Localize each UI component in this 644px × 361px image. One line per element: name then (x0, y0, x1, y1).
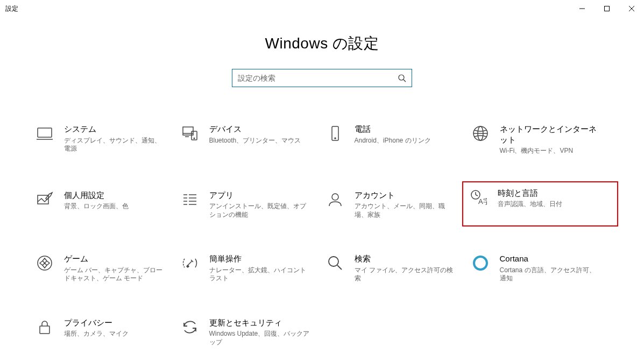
settings-grid: システムディスプレイ、サウンド、通知、電源 デバイスBluetooth、プリンタ… (32, 121, 613, 349)
update-icon (179, 316, 201, 338)
tile-desc: Wi-Fi、機内モード、VPN (500, 147, 602, 155)
search-wrap (0, 69, 644, 87)
svg-rect-36 (40, 326, 49, 334)
tile-title: Cortana (500, 253, 602, 264)
window-title: 設定 (5, 4, 18, 13)
maximize-button[interactable] (595, 0, 619, 17)
gaming-icon (34, 252, 55, 274)
tile-title: 検索 (355, 253, 457, 264)
tile-title: 個人用設定 (64, 190, 129, 201)
tile-desc: ゲーム バー、キャプチャ、ブロードキャスト、ゲーム モード (64, 266, 166, 283)
tile-title: アプリ (209, 190, 312, 201)
apps-icon (179, 189, 201, 210)
tile-apps[interactable]: アプリアンインストール、既定値、オプションの機能 (177, 187, 322, 222)
tile-privacy[interactable]: プライバシー場所、カメラ、マイク (32, 314, 177, 349)
phone-icon (324, 123, 346, 144)
tile-title: 更新とセキュリティ (209, 317, 312, 328)
tile-devices[interactable]: デバイスBluetooth、プリンター、マウス (177, 121, 322, 158)
svg-point-4 (399, 75, 404, 80)
tile-title: 簡単操作 (209, 253, 312, 264)
svg-point-14 (335, 138, 336, 139)
tile-time-language[interactable]: A字 時刻と言語音声認識、地域、日付 (465, 185, 615, 224)
tile-desc: Windows Update、回復、バックアップ (209, 330, 312, 346)
tile-desc: マイ ファイル、アクセス許可の検索 (355, 266, 457, 283)
devices-icon (179, 123, 201, 144)
network-icon (470, 123, 491, 144)
svg-point-11 (194, 138, 195, 139)
system-icon (34, 123, 55, 144)
tile-desc: Bluetooth、プリンター、マウス (209, 137, 301, 145)
tile-desc: アンインストール、既定値、オプションの機能 (209, 202, 312, 219)
personalization-icon (34, 189, 55, 210)
tile-search[interactable]: 検索マイ ファイル、アクセス許可の検索 (322, 250, 468, 285)
svg-rect-1 (605, 6, 610, 11)
svg-marker-33 (187, 265, 189, 267)
tile-desc: 背景、ロック画面、色 (64, 202, 129, 211)
accounts-icon (324, 189, 346, 210)
tile-system[interactable]: システムディスプレイ、サウンド、通知、電源 (32, 121, 177, 158)
tile-title: ゲーム (64, 253, 166, 264)
window-controls (570, 0, 644, 17)
tile-desc: Android、iPhone のリンク (355, 137, 431, 145)
search-input[interactable] (238, 74, 398, 82)
svg-rect-6 (38, 128, 52, 137)
search-icon (398, 74, 406, 82)
close-button[interactable] (619, 0, 644, 17)
tile-desc: ナレーター、拡大鏡、ハイコントラスト (209, 266, 312, 283)
search-cat-icon (324, 252, 346, 274)
titlebar: 設定 (0, 0, 644, 17)
cortana-icon (470, 252, 491, 274)
time-language-icon: A字 (468, 187, 489, 208)
tile-desc: Cortana の言語、アクセス許可、通知 (500, 266, 602, 283)
tile-title: プライバシー (64, 317, 129, 328)
tile-title: 時刻と言語 (498, 188, 562, 199)
search-box[interactable] (232, 69, 412, 87)
tile-title: デバイス (209, 124, 301, 135)
tile-ease-of-access[interactable]: 簡単操作ナレーター、拡大鏡、ハイコントラスト (177, 250, 322, 285)
minimize-button[interactable] (570, 0, 595, 17)
tile-title: システム (64, 124, 166, 135)
tile-network[interactable]: ネットワークとインターネットWi-Fi、機内モード、VPN (468, 121, 613, 158)
tile-personalization[interactable]: 個人用設定背景、ロック画面、色 (32, 187, 177, 222)
tile-desc: 音声認識、地域、日付 (498, 200, 562, 209)
tile-desc: 場所、カメラ、マイク (64, 330, 129, 338)
svg-line-5 (404, 80, 406, 82)
tile-cortana[interactable]: CortanaCortana の言語、アクセス許可、通知 (468, 250, 613, 285)
privacy-icon (34, 316, 55, 338)
svg-point-34 (329, 257, 338, 266)
ease-of-access-icon (179, 252, 201, 274)
svg-text:A字: A字 (478, 197, 487, 206)
tile-title: 電話 (355, 124, 431, 135)
svg-line-35 (337, 265, 342, 270)
tile-title: アカウント (355, 190, 457, 201)
tile-title: ネットワークとインターネット (500, 124, 602, 145)
svg-line-30 (476, 195, 478, 196)
tile-phone[interactable]: 電話Android、iPhone のリンク (322, 121, 468, 158)
tile-desc: ディスプレイ、サウンド、通知、電源 (64, 137, 166, 153)
tile-desc: アカウント、メール、同期、職場、家族 (355, 202, 457, 219)
tile-accounts[interactable]: アカウントアカウント、メール、同期、職場、家族 (322, 187, 468, 222)
svg-point-27 (332, 194, 338, 200)
tile-gaming[interactable]: ゲームゲーム バー、キャプチャ、ブロードキャスト、ゲーム モード (32, 250, 177, 285)
page-title: Windows の設定 (0, 33, 644, 54)
tile-update-security[interactable]: 更新とセキュリティWindows Update、回復、バックアップ (177, 314, 322, 349)
